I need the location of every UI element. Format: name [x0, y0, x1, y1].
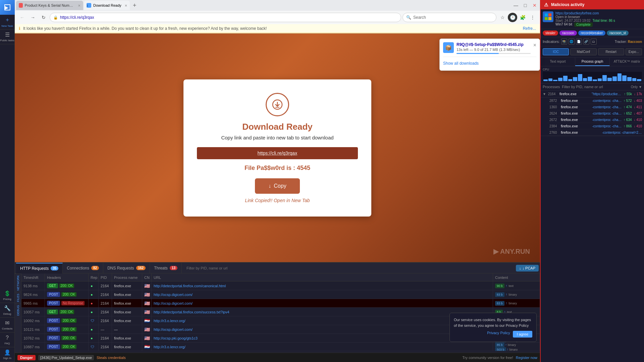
- sidebar-item-new-task[interactable]: ＋ New Task: [0, 15, 15, 29]
- process-sub-2760[interactable]: 2760 firefox.exe -contentproc -channel=2…: [547, 129, 644, 136]
- td-process: firefox.exe: [112, 290, 142, 299]
- process-main-2164[interactable]: ▼ 2164 firefox.exe "https://productkeyfo…: [541, 90, 644, 97]
- ind-icon-4[interactable]: 🔗: [583, 39, 589, 45]
- reload-button[interactable]: ↻: [39, 13, 48, 22]
- pcap-button[interactable]: ↓ ↓ PCAP: [516, 265, 539, 272]
- td-pid: 2164: [99, 343, 112, 351]
- sidebar-item-faq[interactable]: ? FAQ: [0, 333, 15, 347]
- td-cn: 🇺🇸: [142, 308, 152, 316]
- files-label[interactable]: FILES: [15, 292, 21, 303]
- tab-text-report[interactable]: Text report: [541, 58, 575, 66]
- td-method: GET200: OK: [45, 282, 89, 290]
- history-button[interactable]: 🕐: [508, 13, 517, 22]
- cpu-bar-17: [622, 75, 627, 81]
- tab-close-1[interactable]: ×: [125, 3, 127, 8]
- tag-raccoon2[interactable]: raccoon_st: [607, 31, 629, 36]
- browser-tab-0[interactable]: Product Keys & Serial Number 100... ×: [16, 1, 83, 10]
- copy-button[interactable]: ↓ Copy: [255, 178, 300, 194]
- process-sub-2872[interactable]: 2872 firefox.exe -contentproc -channel=2…: [547, 98, 644, 104]
- browser-tab-1[interactable]: ↓ Download Ready ×: [84, 1, 130, 10]
- process-sub-2384[interactable]: 2384 firefox.exe -contentproc -channel=2…: [547, 123, 644, 129]
- filter-input[interactable]: [184, 266, 513, 270]
- extensions-button[interactable]: 🧩: [518, 13, 527, 22]
- menu-button[interactable]: ⋮: [528, 13, 537, 22]
- ind-icon-1[interactable]: 📸: [561, 39, 567, 45]
- search-bar[interactable]: 🔍 Search: [402, 13, 496, 22]
- process-sub-1360[interactable]: 1360 firefox.exe -contentproc -channel=2…: [547, 104, 644, 110]
- sidebar-item-pricing[interactable]: 💲 Pricing: [0, 288, 15, 303]
- download-password: File Pa$$w0rd is : 4545: [197, 165, 358, 172]
- td-cn: 🇺🇸: [142, 290, 152, 299]
- ioc-button[interactable]: IOC: [543, 48, 569, 55]
- table-row[interactable]: 9824 ms POST200: OK ● 2164 firefox.exe 🇺…: [21, 290, 540, 299]
- show-all-downloads[interactable]: Show all downloads: [443, 60, 536, 67]
- table-row[interactable]: 9138 ms GET200: OK ● 2164 firefox.exe 🇺🇸…: [21, 282, 540, 290]
- tab-close-0[interactable]: ×: [78, 3, 80, 8]
- close-button[interactable]: ✕: [531, 1, 539, 9]
- svg-rect-7: [545, 17, 548, 20]
- sidebar-item-public-tasks[interactable]: ☰ Public tasks: [0, 29, 15, 44]
- tab-http-requests[interactable]: HTTP Requests 35: [16, 263, 63, 274]
- tab-attck-matrix[interactable]: ATT&CK™ matrix: [610, 58, 644, 66]
- ind-icon-5[interactable]: 🗂: [591, 39, 597, 45]
- td-rep: ●: [89, 282, 99, 290]
- process-pid: 2164: [548, 92, 558, 96]
- minimize-button[interactable]: —: [512, 1, 520, 9]
- tag-stealer[interactable]: stealer: [543, 31, 558, 36]
- tag-recorder[interactable]: record•breaker: [578, 31, 606, 36]
- process-sub-2624[interactable]: 2624 firefox.exe -contentproc -channel=2…: [547, 110, 644, 117]
- privacy-policy-link[interactable]: Privacy Policy: [487, 331, 510, 338]
- stat-upload: ↑ 55k: [624, 92, 632, 96]
- rp-header: ⚠ Malicious activity: [541, 0, 644, 9]
- export-button[interactable]: Expo...: [626, 48, 642, 55]
- tag-raccoon[interactable]: raccoon: [559, 31, 577, 36]
- bookmarks-button[interactable]: ☆: [498, 13, 507, 22]
- td-content: 90 b↑text: [493, 282, 540, 290]
- download-popup: 📦 R9Q@#$-Setup-Pa$$W0rd-4545.zip 13s lef…: [439, 39, 540, 71]
- td-process: firefox.exe: [112, 316, 142, 325]
- debug-label[interactable]: DEBUG: [15, 303, 21, 317]
- td-process: firefox.exe: [112, 308, 142, 316]
- sidebar-item-debug[interactable]: 🔧 Debug: [0, 303, 15, 318]
- app-logo[interactable]: ▶: [0, 0, 15, 15]
- process-sub-2672[interactable]: 2672 firefox.exe -contentproc -channel=2…: [547, 117, 644, 123]
- maximize-button[interactable]: □: [521, 1, 529, 9]
- network-label[interactable]: NETWORK: [15, 274, 21, 292]
- download-ready-icon: [266, 93, 289, 116]
- cpu-bar-14: [607, 78, 612, 81]
- address-bar[interactable]: 🔒 https://cli.re/q3rqax: [50, 13, 401, 22]
- sidebar-item-contacts[interactable]: ✉ Contacts: [0, 318, 15, 333]
- rp-os-status: Win7 64 bit Complete: [555, 22, 615, 27]
- tab-connections[interactable]: Connections 82: [63, 263, 103, 274]
- download-popup-close[interactable]: ×: [533, 42, 536, 48]
- download-info: R9Q@#$-Setup-Pa$$W0rd-4545.zip 13s left …: [457, 42, 531, 54]
- threats-count-badge: 13: [170, 266, 177, 270]
- refresh-link[interactable]: Refre...: [523, 26, 536, 31]
- cpu-bar-8: [578, 74, 582, 81]
- tab-process-graph[interactable]: Process graph: [575, 58, 610, 66]
- new-tab-button[interactable]: +: [130, 1, 139, 9]
- ind-icon-3[interactable]: 📄: [576, 39, 582, 45]
- process-badge[interactable]: [3436] Pre_Updated_Setup.exe: [38, 355, 94, 360]
- only-dropdown[interactable]: Only ▼: [631, 85, 642, 89]
- table-row[interactable]: 10887 ms POST200: OK 🛡 2164 firefox.exe …: [21, 343, 540, 351]
- forward-button[interactable]: →: [28, 13, 38, 22]
- td-time: 10121 ms: [21, 325, 45, 334]
- mailconf-button[interactable]: MailConf: [570, 48, 596, 55]
- tab-threats[interactable]: Threats 13: [150, 263, 182, 274]
- sidebar-item-signin[interactable]: 👤 Sign In: [0, 347, 15, 362]
- tab-label-1: Download Ready: [93, 3, 121, 7]
- register-link[interactable]: Register now: [516, 356, 537, 360]
- rp-open-in-browser[interactable]: Open in browser: [555, 15, 615, 19]
- info-icon: ℹ: [19, 26, 20, 31]
- restart-button[interactable]: Restart: [598, 48, 624, 55]
- tab-dns-requests[interactable]: DNS Requests 162: [103, 263, 150, 274]
- agree-button[interactable]: I agree: [513, 331, 532, 338]
- td-pid: 2164: [99, 316, 112, 325]
- back-button[interactable]: ←: [17, 13, 27, 22]
- search-placeholder: Search: [413, 15, 426, 20]
- ind-icon-2[interactable]: 🌐: [569, 39, 575, 45]
- filter-label: Filter by PID, name or url: [562, 85, 603, 89]
- download-link[interactable]: https://cli.re/q3rqax: [197, 147, 358, 159]
- table-row[interactable]: 9965 ms POSTNo Response ● 2164 firefox.e…: [21, 299, 540, 308]
